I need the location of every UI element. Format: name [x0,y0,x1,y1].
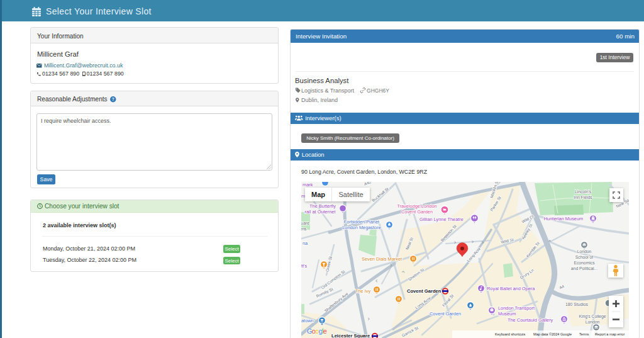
svg-text:London: London [586,320,600,324]
svg-text:rdens: rdens [301,227,307,231]
svg-text:Royal Ballet and Opera: Royal Ballet and Opera [487,286,535,291]
svg-text:Covent Garden: Covent Garden [401,209,433,215]
svg-text:Square: Square [301,221,309,226]
svg-text:Leicester Square: Leicester Square [331,333,370,338]
svg-text:na: na [303,240,308,246]
svg-text:King's College: King's College [579,314,606,319]
svg-text:Seven Dials Market: Seven Dials Market [362,256,402,262]
svg-text:The Butterfly: The Butterfly [309,203,336,209]
svg-text:Forbidden Planet: Forbidden Planet [344,219,379,225]
svg-text:?: ? [112,97,114,101]
svg-text:180 Studios: 180 Studios [565,302,589,307]
svg-text:The Courtauld Gallery: The Courtauld Gallery [508,317,553,323]
svg-text:atown: atown [301,318,314,324]
svg-text:Hunterian Museum: Hunterian Museum [544,216,583,222]
svg-text:Economics: Economics [574,261,595,265]
svg-text:Covent Garden: Covent Garden [430,311,461,317]
svg-text:Lincoln's: Lincoln's [575,189,592,194]
svg-text:London Transport: London Transport [498,305,535,311]
svg-text:Museum: Museum [498,311,516,317]
svg-text:London Megastore: London Megastore [342,225,381,230]
svg-text:Covent Garden: Covent Garden [407,288,441,294]
svg-text:rail at Outernet: rail at Outernet [305,209,336,215]
svg-text:Inn Fields: Inn Fields [574,195,592,200]
svg-text:The Ivy: The Ivy [355,288,371,294]
svg-text:Gillian Lynne Theatre: Gillian Lynne Theatre [419,217,464,222]
svg-text:mark: mark [303,182,313,188]
svg-text:Travelodge London: Travelodge London [397,203,436,209]
svg-text:and Political...: and Political... [571,266,597,271]
svg-text:School of: School of [575,255,593,259]
svg-text:tt's: tt's [301,263,308,269]
